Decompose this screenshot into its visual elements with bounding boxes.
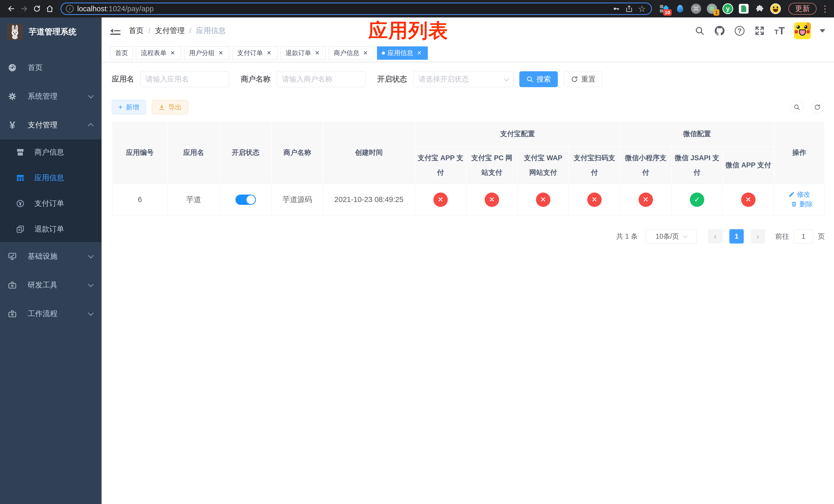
tab-pay-order[interactable]: 支付订单✕ [232,46,278,60]
chevron-down-icon [88,281,94,288]
password-key-icon[interactable] [612,4,621,13]
share-icon[interactable] [624,4,634,13]
refresh-table-button[interactable] [811,101,824,114]
breadcrumb-home[interactable]: 首页 [129,26,144,36]
page-suffix: 页 [818,232,825,241]
search-button[interactable]: 搜索 [519,71,558,87]
tab-app-info[interactable]: 应用信息✕ [377,46,428,60]
reset-button[interactable]: 重置 [564,71,602,87]
close-icon[interactable]: ✕ [314,49,321,56]
col-wx-app: 微信 APP 支付 [723,146,774,184]
extension-grid-icon[interactable]: 10 [659,3,670,14]
sidebar-item-refund-order[interactable]: 退款订单 [0,216,102,242]
extension-command-icon[interactable]: ⌘ [690,3,701,14]
page-annotation: 应用列表 [368,18,448,44]
sidebar-collapse-icon[interactable] [110,26,120,35]
sidebar-item-home[interactable]: 首页 [0,53,102,82]
dashboard-icon [7,63,18,73]
bookmark-star-icon[interactable]: ☆ [637,4,646,13]
sidebar-item-app-info[interactable]: 应用信息 [0,165,102,191]
chevron-down-icon [88,93,94,99]
sidebar-item-pay[interactable]: ¥ 支付管理 [0,111,102,139]
status-x-icon: ✕ [485,192,499,207]
cell-app-id: 6 [112,184,168,215]
gear-icon [7,91,18,101]
sidebar-item-system[interactable]: 系统管理 [0,82,102,111]
browser-home-button[interactable] [44,3,56,14]
avatar-caret-icon[interactable] [820,29,825,32]
sidebar-item-infra[interactable]: 基础设施 [0,242,102,271]
fullscreen-icon[interactable] [754,25,765,37]
tab-refund-order[interactable]: 退款订单✕ [281,46,326,60]
browser-reload-button[interactable] [31,3,43,14]
col-actions: 操作 [774,121,825,184]
tab-process-form[interactable]: 流程表单✕ [136,46,181,60]
page-size-select[interactable]: 10条/页 [645,229,697,244]
status-x-icon: ✕ [639,192,653,207]
merchant-name-input[interactable] [277,71,366,87]
site-info-icon[interactable]: i [66,5,73,13]
sidebar-item-dev-tools[interactable]: 研发工具 [0,271,102,299]
current-page-button[interactable]: 1 [729,229,744,244]
col-wx-jsapi: 微信 JSAPI 支付 [672,146,723,184]
chevron-down-icon [504,76,509,81]
browser-back-button[interactable] [6,3,17,14]
help-icon[interactable]: ? [734,25,745,37]
chrome-update-button[interactable]: 更新 [788,3,816,15]
browser-forward-button[interactable] [19,3,30,14]
sidebar-item-label: 研发工具 [28,280,58,290]
close-icon[interactable]: ✕ [217,49,224,56]
profile-avatar[interactable] [770,3,781,14]
close-icon[interactable]: ✕ [265,49,272,56]
tab-merchant-info[interactable]: 商户信息✕ [329,46,374,60]
app-name-input[interactable] [140,71,229,87]
col-merchant-name: 商户名称 [271,121,323,184]
plus-icon: + [118,103,123,111]
header-search-icon[interactable] [694,25,705,37]
breadcrumb-level1[interactable]: 支付管理 [155,26,185,36]
extensions-puzzle-icon[interactable] [754,3,765,14]
prev-page-button[interactable]: ‹ [708,229,722,244]
sidebar-item-merchant-info[interactable]: 商户信息 [0,139,102,165]
toolbox-icon [7,280,18,290]
sidebar-item-workflow[interactable]: 工作流程 [0,299,102,328]
app-logo-row[interactable]: 芋道管理系统 [0,18,102,46]
toggle-search-button[interactable] [790,101,803,114]
font-size-icon[interactable]: TT [774,25,785,37]
browser-menu-icon[interactable]: ⋮ [821,4,828,14]
export-button[interactable]: 导出 [152,100,188,114]
user-avatar[interactable] [794,22,811,39]
goto-page-input[interactable] [794,229,813,244]
extension-kite-icon[interactable] [675,3,685,14]
close-icon[interactable]: ✕ [362,49,369,56]
close-icon[interactable]: ✕ [169,49,176,56]
chevron-down-icon [683,233,687,238]
col-app-id: 应用编号 [112,121,168,184]
extension-y-icon[interactable]: y [722,3,733,14]
tab-user-group[interactable]: 用户分组✕ [184,46,229,60]
status-select[interactable]: 请选择开启状态 [413,71,514,87]
extension-doc-icon[interactable] [738,3,749,14]
app-name-label: 应用名 [112,74,134,84]
extension-camera-icon[interactable]: 1 [706,3,717,14]
breadcrumb-separator: / [189,27,191,35]
navbar: 首页 / 支付管理 / 应用信息 应用列表 ? TT [102,18,834,44]
toolbar: +新增 导出 [112,100,825,114]
status-label: 开启状态 [377,74,407,84]
tab-home[interactable]: 首页 [110,46,133,60]
url-bar[interactable]: i localhost:1024/pay/app ☆ [61,3,652,15]
sidebar-item-pay-order[interactable]: 支付订单 [0,191,102,216]
edit-link[interactable]: 修改 [788,190,810,199]
delete-link[interactable]: 删除 [791,200,813,209]
sidebar-item-label: 支付订单 [35,199,64,209]
github-icon[interactable] [714,25,725,37]
breadcrumb: 首页 / 支付管理 / 应用信息 [129,26,226,36]
close-icon[interactable]: ✕ [416,49,423,56]
status-toggle[interactable] [236,194,256,205]
next-page-button[interactable]: › [751,229,765,244]
chevron-up-icon [88,123,94,129]
status-x-icon: ✕ [587,192,602,207]
storefront-icon [15,147,25,157]
add-button[interactable]: +新增 [112,100,146,114]
cell-app-name: 芋道 [168,184,220,215]
